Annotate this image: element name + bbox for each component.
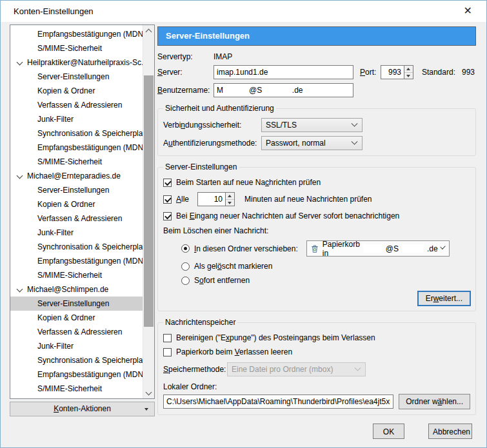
check-interval-post-label: Minuten auf neue Nachrichten prüfen xyxy=(244,195,372,204)
connection-security-select[interactable]: SSL/TLS xyxy=(261,118,363,132)
chevron-down-icon xyxy=(440,244,446,249)
checkbox-checked-icon[interactable] xyxy=(163,212,172,220)
sidebar-item[interactable]: Empfangsbestätigungen (MDN) xyxy=(10,367,143,382)
sidebar-item-label: Kopien & Ordner xyxy=(10,311,143,325)
sidebar-item[interactable]: Junk-Filter xyxy=(10,112,143,126)
connection-security-value: SSL/TLS xyxy=(266,121,297,130)
sidebar-item[interactable]: S/MIME-Sicherheit xyxy=(10,382,143,396)
scroll-up-icon[interactable] xyxy=(143,25,154,36)
radio-icon[interactable] xyxy=(181,262,190,271)
port-stepper[interactable] xyxy=(404,65,413,79)
sidebar-item[interactable]: Empfangsbestätigungen (MDN) xyxy=(10,141,143,155)
server-settings-panel: Server-Einstellungen Servertyp: IMAP Ser… xyxy=(157,26,476,415)
message-storage-group: Nachrichtenspeicher Bereinigen ("Expunge… xyxy=(157,318,476,415)
port-label: Port: xyxy=(360,68,381,77)
sidebar-item-label: Empfangsbestätigungen (MDN) xyxy=(10,254,143,268)
sidebar-item[interactable]: Kopien & Ordner xyxy=(10,197,143,211)
sidebar-item[interactable]: Verfassen & Adressieren xyxy=(10,325,143,339)
sidebar-item[interactable]: Michael@Schlimpen.de xyxy=(10,282,143,297)
sidebar-item-label: Kopien & Ordner xyxy=(10,84,143,98)
checkbox-icon[interactable] xyxy=(163,334,172,342)
scroll-down-icon[interactable] xyxy=(143,387,154,398)
sidebar-item[interactable]: Kopien & Ordner xyxy=(10,84,143,98)
message-storage-legend: Nachrichtenspeicher xyxy=(163,318,237,327)
storage-method-value: Eine Datei pro Ordner (mbox) xyxy=(232,365,333,374)
sidebar-item[interactable]: Empfangsbestätigungen (MDN) xyxy=(10,254,143,268)
trash-folder-pre: Papierkorb in xyxy=(323,240,360,258)
sidebar-item[interactable]: Empfangsbestätigungen (MDN) xyxy=(10,27,143,41)
sidebar-item-label: Synchronisation & Speicherplatz xyxy=(10,240,143,254)
check-expunge-row[interactable]: Bereinigen ("Expunge") des Posteingangs … xyxy=(163,333,470,342)
sidebar-item-label: S/MIME-Sicherheit xyxy=(10,41,143,55)
sidebar-item-label: Verfassen & Adressieren xyxy=(10,325,143,339)
interval-stepper[interactable] xyxy=(226,192,235,206)
servertyp-value: IMAP xyxy=(214,52,232,61)
stepper-down-icon[interactable] xyxy=(404,72,413,79)
sidebar-item[interactable]: Synchronisation & Speicherplatz xyxy=(10,126,143,141)
sidebar-item[interactable]: S/MIME-Sicherheit xyxy=(10,41,143,55)
security-group-legend: Sicherheit und Authentifizierung xyxy=(163,104,276,113)
advanced-button[interactable]: Erweitert... xyxy=(417,291,471,306)
sidebar-item-label: Empfangsbestätigungen (MDN) xyxy=(10,141,143,155)
sidebar-item-label: Server-Einstellungen xyxy=(10,297,143,311)
check-interval-row[interactable]: Alle Minuten auf neue Nachrichten prüfen xyxy=(163,192,470,206)
sidebar-item-label: Junk-Filter xyxy=(10,339,143,353)
sidebar-item[interactable]: Kopien & Ordner xyxy=(10,311,143,325)
checkbox-checked-icon[interactable] xyxy=(163,179,172,187)
window-title: Konten-Einstellungen xyxy=(14,6,94,16)
sidebar-item[interactable]: Verfassen & Adressieren xyxy=(10,98,143,112)
sidebar-item[interactable]: Heilpraktiker@Naturheilpraxis-Sc... xyxy=(10,55,143,70)
sidebar-item[interactable]: Server-Einstellungen xyxy=(10,70,143,84)
stepper-down-icon[interactable] xyxy=(226,199,234,206)
server-label: Server: xyxy=(157,68,214,77)
sidebar-item[interactable]: Michael@Ernteparadies.de xyxy=(10,169,143,183)
port-input[interactable] xyxy=(381,65,404,79)
sidebar-item[interactable]: Synchronisation & Speicherplatz xyxy=(10,353,143,367)
sidebar-item[interactable]: Verfassen & Adressieren xyxy=(10,211,143,226)
auth-method-select[interactable]: Passwort, normal xyxy=(261,136,363,150)
chevron-down-icon xyxy=(355,364,361,371)
sidebar-item[interactable]: Server-Einstellungen xyxy=(10,297,143,311)
radio-mark-row[interactable]: Als gelöscht markieren xyxy=(181,262,470,271)
sidebar-item[interactable]: Junk-Filter xyxy=(10,226,143,240)
choose-folder-button[interactable]: Ordner wählen... xyxy=(399,394,470,409)
radio-remove-row[interactable]: Sofort entfernen xyxy=(181,276,470,285)
trash-folder-select[interactable]: Papierkorb in @S .de xyxy=(306,240,450,257)
username-input[interactable] xyxy=(214,83,353,97)
scrollbar-thumb[interactable] xyxy=(144,75,154,327)
close-icon[interactable]: ✕ xyxy=(464,5,472,17)
stepper-up-icon[interactable] xyxy=(226,193,234,199)
sidebar-item[interactable]: S/MIME-Sicherheit xyxy=(10,268,143,282)
account-tree: Empfangsbestätigungen (MDN)S/MIME-Sicher… xyxy=(10,24,155,399)
stepper-up-icon[interactable] xyxy=(404,66,413,72)
server-input[interactable] xyxy=(214,65,353,79)
radio-move-row[interactable]: In diesen Ordner verschieben: Papierkorb… xyxy=(181,240,470,257)
scrollbar[interactable] xyxy=(143,25,154,398)
standard-value: 993 xyxy=(462,68,475,77)
trash-folder-mid: @S xyxy=(386,244,399,253)
konten-aktionen-button[interactable]: Konten-Aktionen xyxy=(10,402,155,416)
radio-selected-icon[interactable] xyxy=(181,244,190,253)
sidebar-item[interactable]: Server-Einstellungen xyxy=(10,183,143,197)
check-empty-trash-row[interactable]: Papierkorb beim Verlassen leeren xyxy=(163,347,470,356)
trash-icon xyxy=(310,244,319,253)
sidebar-item[interactable]: S/MIME-Sicherheit xyxy=(10,155,143,169)
servertyp-label: Servertyp: xyxy=(157,52,214,61)
sidebar-item-label: Verfassen & Adressieren xyxy=(10,211,143,226)
radio-icon[interactable] xyxy=(181,277,190,285)
checkbox-icon[interactable] xyxy=(163,348,172,356)
ok-button[interactable]: OK xyxy=(373,424,404,439)
sidebar-item-label: Empfangsbestätigungen (MDN) xyxy=(10,27,143,41)
check-notify-row[interactable]: Bei Eingang neuer Nachrichten auf Server… xyxy=(163,211,470,220)
local-folder-input[interactable] xyxy=(163,394,393,409)
sidebar-item-label: Server-Einstellungen xyxy=(10,183,143,197)
server-settings-legend: Server-Einstellungen xyxy=(163,162,239,171)
trash-folder-post: .de xyxy=(427,244,438,253)
interval-input[interactable] xyxy=(197,192,226,206)
checkbox-checked-icon[interactable] xyxy=(163,195,172,204)
sidebar-item[interactable]: Synchronisation & Speicherplatz xyxy=(10,240,143,254)
sidebar-item[interactable]: Junk-Filter xyxy=(10,339,143,353)
check-startup-row[interactable]: Beim Starten auf neue Nachrichten prüfen xyxy=(163,178,470,187)
radio-remove-label: Sofort entfernen xyxy=(194,276,250,285)
cancel-button[interactable]: Abbrechen xyxy=(428,424,472,439)
